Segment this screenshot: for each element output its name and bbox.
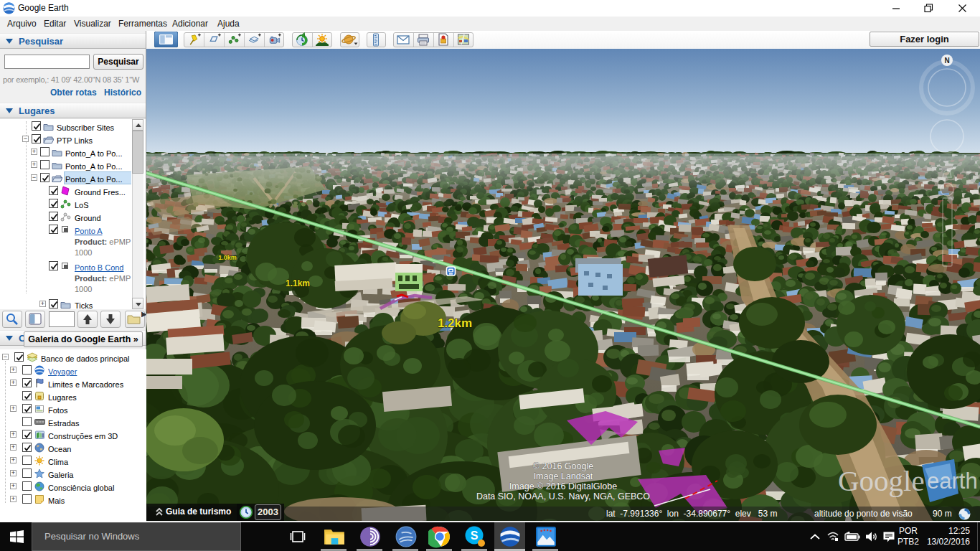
svg-text:S: S [471,529,479,542]
svg-text:Data SIO, NOAA, U.S. Navy, NGA: Data SIO, NOAA, U.S. Navy, NGA, GEBCO [476,491,650,501]
svg-text:N: N [944,57,949,65]
svg-text:1.1km: 1.1km [286,278,310,288]
svg-text:© 2016 Google: © 2016 Google [533,461,593,471]
svg-text:earth: earth [927,468,978,494]
svg-text:1.0km: 1.0km [218,254,237,261]
svg-text:Google: Google [838,464,925,497]
svg-text:Image Landsat: Image Landsat [534,471,593,481]
svg-text:1.2km: 1.2km [438,316,472,330]
svg-text:Image © 2016 DigitalGlobe: Image © 2016 DigitalGlobe [509,481,617,491]
